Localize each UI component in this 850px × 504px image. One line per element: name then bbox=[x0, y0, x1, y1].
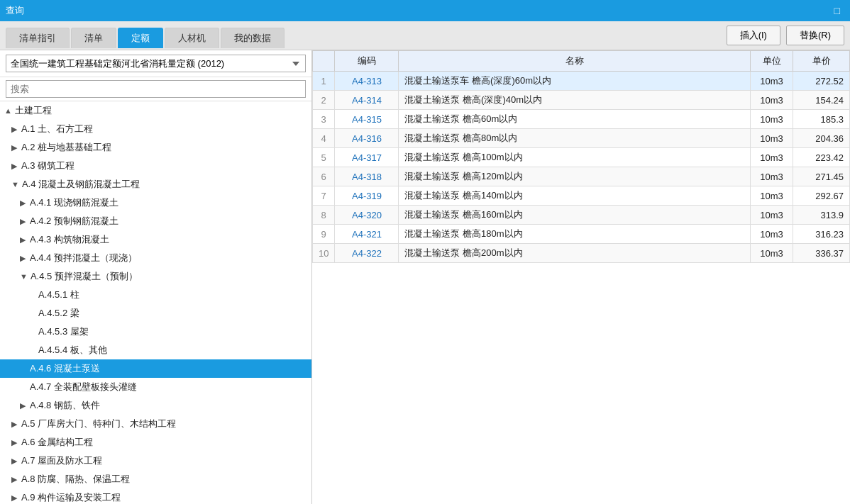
tree-item[interactable]: A.4.5.4 板、其他 bbox=[0, 341, 311, 359]
cell-unit: 10m3 bbox=[751, 129, 793, 148]
table-row[interactable]: 9A4-321混凝土输送泵 檐高180m以内10m3316.23 bbox=[313, 225, 850, 244]
tree-item[interactable]: ▼A.4.5 预拌混凝土（预制） bbox=[0, 267, 311, 286]
tree-item[interactable]: ▶A.8 防腐、隔热、保温工程 bbox=[0, 470, 311, 488]
main-container: 清单指引 清单 定额 人材机 我的数据 插入(I) 替换(R) 全国统一建筑工程… bbox=[0, 21, 850, 504]
th-name: 名称 bbox=[399, 51, 751, 72]
tree-item[interactable]: ▶A.6 金属结构工程 bbox=[0, 433, 311, 452]
tree-item-label: A.4.3 构筑物混凝土 bbox=[30, 233, 109, 246]
tree-item-label: A.1 土、石方工程 bbox=[21, 123, 93, 135]
tree-item-label: A.4.4 预拌混凝土（现浇） bbox=[30, 252, 137, 264]
cell-name: 混凝土输送泵 檐高160m以内 bbox=[399, 206, 751, 225]
cell-price: 185.3 bbox=[793, 110, 850, 129]
cell-price: 272.52 bbox=[793, 72, 850, 91]
tree-item[interactable]: A.4.5.2 梁 bbox=[0, 304, 311, 323]
tree-item[interactable]: A.4.5.1 柱 bbox=[0, 286, 311, 304]
tab-mydata[interactable]: 我的数据 bbox=[221, 28, 285, 48]
tree-item-label: A.9 构件运输及安装工程 bbox=[21, 491, 121, 504]
table-row[interactable]: 1A4-313混凝土输送泵车 檐高(深度)60m以内10m3272.52 bbox=[313, 72, 850, 91]
expand-icon: ▶ bbox=[20, 217, 27, 226]
cell-price: 223.42 bbox=[793, 148, 850, 167]
tree-item[interactable]: ▶A.4.4 预拌混凝土（现浇） bbox=[0, 249, 311, 267]
cell-code: A4-319 bbox=[335, 186, 399, 206]
left-panel: 全国统一建筑工程基础定额河北省消耗量定额 (2012) ▲土建工程▶A.1 土、… bbox=[0, 50, 312, 504]
replace-button[interactable]: 替换(R) bbox=[786, 26, 844, 45]
tab-material[interactable]: 人材机 bbox=[165, 28, 219, 48]
cell-num: 1 bbox=[313, 72, 335, 91]
table-row[interactable]: 4A4-316混凝土输送泵 檐高80m以内10m3204.36 bbox=[313, 129, 850, 148]
th-num bbox=[313, 51, 335, 72]
cell-num: 3 bbox=[313, 110, 335, 129]
tree-item[interactable]: ▶A.4.8 钢筋、铁件 bbox=[0, 396, 311, 415]
cell-code: A4-315 bbox=[335, 110, 399, 129]
tree-item-label: A.4.1 现浇钢筋混凝土 bbox=[30, 196, 118, 209]
table-row[interactable]: 2A4-314混凝土输送泵 檐高(深度)40m以内10m3154.24 bbox=[313, 91, 850, 110]
expand-icon: ▶ bbox=[11, 143, 18, 152]
dropdown-row: 全国统一建筑工程基础定额河北省消耗量定额 (2012) bbox=[0, 50, 311, 77]
tree-item[interactable]: ▶A.7 屋面及防水工程 bbox=[0, 452, 311, 470]
tree-item-label: A.4 混凝土及钢筋混凝土工程 bbox=[22, 178, 140, 191]
tab-quota[interactable]: 定额 bbox=[118, 28, 163, 48]
expand-icon: ▶ bbox=[11, 493, 18, 503]
tree-item[interactable]: ▶A.1 土、石方工程 bbox=[0, 120, 311, 138]
cell-unit: 10m3 bbox=[751, 110, 793, 129]
cell-code: A4-314 bbox=[335, 91, 399, 110]
tree-item[interactable]: ▼A.4 混凝土及钢筋混凝土工程 bbox=[0, 175, 311, 194]
tree-item[interactable]: A.4.6 混凝土泵送 bbox=[0, 359, 311, 378]
search-input[interactable] bbox=[6, 80, 306, 98]
quota-dropdown[interactable]: 全国统一建筑工程基础定额河北省消耗量定额 (2012) bbox=[6, 55, 306, 72]
cell-num: 2 bbox=[313, 91, 335, 110]
collapse-icon: ▼ bbox=[20, 272, 28, 281]
cell-price: 316.23 bbox=[793, 225, 850, 244]
cell-unit: 10m3 bbox=[751, 225, 793, 244]
cell-num: 9 bbox=[313, 225, 335, 244]
table-row[interactable]: 5A4-317混凝土输送泵 檐高100m以内10m3223.42 bbox=[313, 148, 850, 167]
tree-item[interactable]: A.4.5.3 屋架 bbox=[0, 323, 311, 341]
cell-unit: 10m3 bbox=[751, 206, 793, 225]
cell-name: 混凝土输送泵 檐高80m以内 bbox=[399, 129, 751, 148]
cell-price: 313.9 bbox=[793, 206, 850, 225]
expand-icon: ▶ bbox=[20, 401, 27, 410]
expand-icon: ▶ bbox=[11, 125, 18, 134]
tree-container: ▲土建工程▶A.1 土、石方工程▶A.2 桩与地基基础工程▶A.3 砌筑工程▼A… bbox=[0, 101, 311, 504]
expand-icon: ▶ bbox=[20, 198, 27, 208]
cell-unit: 10m3 bbox=[751, 244, 793, 263]
table-row[interactable]: 10A4-322混凝土输送泵 檐高200m以内10m3336.37 bbox=[313, 244, 850, 263]
maximize-button[interactable]: □ bbox=[830, 4, 844, 18]
insert-button[interactable]: 插入(I) bbox=[727, 26, 780, 45]
tab-list-guide[interactable]: 清单指引 bbox=[6, 28, 70, 48]
tree-item-label: A.4.5.4 板、其他 bbox=[38, 344, 107, 357]
tab-list[interactable]: 清单 bbox=[71, 28, 116, 48]
expand-icon: ▶ bbox=[11, 475, 18, 484]
cell-name: 混凝土输送泵 檐高60m以内 bbox=[399, 110, 751, 129]
table-scroll[interactable]: 编码 名称 单位 单价 1A4-313混凝土输送泵车 檐高(深度)60m以内10… bbox=[312, 50, 850, 504]
search-row bbox=[0, 77, 311, 101]
cell-code: A4-316 bbox=[335, 129, 399, 148]
tree-item[interactable]: ▶A.3 砌筑工程 bbox=[0, 157, 311, 175]
cell-unit: 10m3 bbox=[751, 91, 793, 110]
tree-item[interactable]: ▶A.4.1 现浇钢筋混凝土 bbox=[0, 194, 311, 212]
tree-item[interactable]: A.4.7 全装配壁板接头灌缝 bbox=[0, 378, 311, 396]
table-row[interactable]: 8A4-320混凝土输送泵 檐高160m以内10m3313.9 bbox=[313, 206, 850, 225]
table-row[interactable]: 3A4-315混凝土输送泵 檐高60m以内10m3185.3 bbox=[313, 110, 850, 129]
tree-item[interactable]: ▶A.2 桩与地基基础工程 bbox=[0, 138, 311, 157]
cell-num: 10 bbox=[313, 244, 335, 263]
tree-item[interactable]: ▶A.4.2 预制钢筋混凝土 bbox=[0, 212, 311, 230]
expand-icon: ▶ bbox=[11, 457, 18, 466]
cell-name: 混凝土输送泵 檐高(深度)40m以内 bbox=[399, 91, 751, 110]
th-price: 单价 bbox=[793, 51, 850, 72]
tree-item[interactable]: ▶A.9 构件运输及安装工程 bbox=[0, 488, 311, 504]
cell-code: A4-320 bbox=[335, 206, 399, 225]
cell-code: A4-313 bbox=[335, 72, 399, 91]
table-row[interactable]: 7A4-319混凝土输送泵 檐高140m以内10m3292.67 bbox=[313, 186, 850, 206]
cell-name: 混凝土输送泵 檐高180m以内 bbox=[399, 225, 751, 244]
table-header: 编码 名称 单位 单价 bbox=[313, 51, 850, 72]
table-row[interactable]: 6A4-318混凝土输送泵 檐高120m以内10m3271.45 bbox=[313, 167, 850, 186]
cell-price: 271.45 bbox=[793, 167, 850, 186]
th-code: 编码 bbox=[335, 51, 399, 72]
tree-item[interactable]: ▲土建工程 bbox=[0, 101, 311, 120]
expand-icon: ▶ bbox=[11, 162, 18, 171]
table-body: 1A4-313混凝土输送泵车 檐高(深度)60m以内10m3272.522A4-… bbox=[313, 72, 850, 263]
tree-item[interactable]: ▶A.4.3 构筑物混凝土 bbox=[0, 230, 311, 249]
tree-item[interactable]: ▶A.5 厂库房大门、特种门、木结构工程 bbox=[0, 415, 311, 433]
tree-item-label: A.4.8 钢筋、铁件 bbox=[30, 399, 100, 412]
